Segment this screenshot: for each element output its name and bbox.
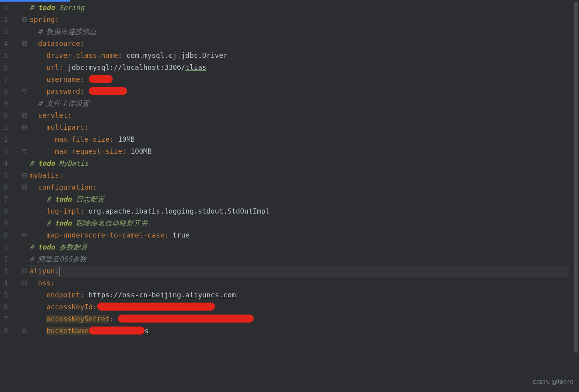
code-line[interactable]: multipart: xyxy=(30,121,569,133)
code-line[interactable]: mybatis: xyxy=(30,169,569,181)
watermark: CSDN @埼240 xyxy=(533,376,573,388)
fold-icon xyxy=(20,157,29,169)
line-number: 3 xyxy=(0,26,20,38)
fold-icon xyxy=(20,313,29,325)
code-line[interactable]: configuration: xyxy=(30,181,569,193)
line-number: 5 xyxy=(0,169,20,181)
line-number: 6 xyxy=(0,301,20,313)
line-number: 7 xyxy=(0,73,20,85)
fold-icon[interactable] xyxy=(20,14,29,26)
fold-icon[interactable] xyxy=(20,181,29,193)
code-line[interactable]: password: xyxy=(30,85,569,97)
code-line[interactable]: map-underscore-to-camel-case: true xyxy=(30,229,569,241)
fold-gutter[interactable] xyxy=(20,2,29,392)
code-line[interactable]: max-request-size: 100MB xyxy=(30,145,569,157)
fold-icon[interactable] xyxy=(20,229,29,241)
code-line[interactable]: aliyun: xyxy=(30,265,569,277)
line-number: 3 xyxy=(0,265,20,277)
vertical-scrollbar[interactable] xyxy=(573,2,579,392)
line-number: 6 xyxy=(0,61,20,73)
code-line[interactable]: accessKeySecret: xyxy=(30,313,569,325)
code-line[interactable]: # todo 日志配置 xyxy=(30,193,569,205)
fold-icon xyxy=(20,2,29,14)
line-number: 2 xyxy=(0,133,20,145)
fold-icon xyxy=(20,193,29,205)
fold-icon[interactable] xyxy=(20,169,29,181)
fold-icon xyxy=(20,301,29,313)
code-line[interactable]: bucketNames xyxy=(30,325,569,337)
code-line[interactable]: url: jdbc:mysql://localhost:3306/tlias xyxy=(30,61,569,73)
line-number: 4 xyxy=(0,38,20,49)
fold-icon xyxy=(20,73,29,85)
code-line[interactable]: max-file-size: 10MB xyxy=(30,133,569,145)
fold-icon[interactable] xyxy=(20,121,29,133)
code-line[interactable]: oss: xyxy=(30,277,569,289)
code-line[interactable]: accessKeyId: xyxy=(30,301,569,313)
code-line[interactable]: servlet: xyxy=(30,109,569,121)
code-line[interactable]: log-impl: org.apache.ibatis.logging.stdo… xyxy=(30,205,569,217)
code-line[interactable]: # todo 参数配置 xyxy=(30,241,569,253)
fold-icon[interactable] xyxy=(20,85,29,97)
fold-icon xyxy=(20,97,29,109)
code-line[interactable]: # todo Spring xyxy=(30,2,569,14)
fold-icon xyxy=(20,49,29,61)
code-line[interactable]: datasource: xyxy=(30,38,569,49)
fold-icon xyxy=(20,241,29,253)
line-number: 7 xyxy=(0,193,20,205)
line-number: 7 xyxy=(0,313,20,325)
line-number: 5 xyxy=(0,49,20,61)
line-number: 2 xyxy=(0,14,20,26)
line-number: 4 xyxy=(0,277,20,289)
line-number: 3 xyxy=(0,145,20,157)
fold-icon[interactable] xyxy=(20,265,29,277)
line-number: 2 xyxy=(0,253,20,265)
fold-icon xyxy=(20,26,29,38)
fold-icon[interactable] xyxy=(20,38,29,49)
code-line[interactable]: spring: xyxy=(30,14,569,26)
fold-icon[interactable] xyxy=(20,325,29,337)
line-number: 6 xyxy=(0,181,20,193)
fold-icon xyxy=(20,217,29,229)
code-line[interactable]: # 阿里云OSS参数 xyxy=(30,253,569,265)
code-line[interactable]: # 数据库连接信息 xyxy=(30,26,569,38)
line-number: 8 xyxy=(0,325,20,337)
code-line[interactable]: endpoint: https://oss-cn-beijing.aliyunc… xyxy=(30,289,569,301)
code-area[interactable]: # todo Springspring: # 数据库连接信息 datasourc… xyxy=(30,2,569,392)
fold-icon[interactable] xyxy=(20,145,29,157)
line-number: 4 xyxy=(0,157,20,169)
line-number: 8 xyxy=(0,85,20,97)
line-number: 1 xyxy=(0,2,20,14)
fold-icon[interactable] xyxy=(20,277,29,289)
code-line[interactable]: username: xyxy=(30,73,569,85)
line-number: 8 xyxy=(0,205,20,217)
code-line[interactable]: # 文件上传设置 xyxy=(30,97,569,109)
fold-icon xyxy=(20,253,29,265)
code-editor[interactable]: 1234567890123456789012345678 # todo Spri… xyxy=(0,2,579,392)
scrollbar-thumb[interactable] xyxy=(574,2,578,353)
fold-icon xyxy=(20,289,29,301)
line-gutter: 1234567890123456789012345678 xyxy=(0,2,20,392)
code-line[interactable]: # todo 驼峰命名自动映射开关 xyxy=(30,217,569,229)
line-number: 0 xyxy=(0,229,20,241)
line-number: 9 xyxy=(0,217,20,229)
fold-icon xyxy=(20,133,29,145)
line-number: 1 xyxy=(0,121,20,133)
fold-icon xyxy=(20,205,29,217)
line-number: 5 xyxy=(0,289,20,301)
fold-icon[interactable] xyxy=(20,109,29,121)
fold-icon xyxy=(20,61,29,73)
line-number: 9 xyxy=(0,97,20,109)
line-number: 0 xyxy=(0,109,20,121)
code-line[interactable]: driver-class-name: com.mysql.cj.jdbc.Dri… xyxy=(30,49,569,61)
line-number: 1 xyxy=(0,241,20,253)
code-line[interactable]: # todo MyBatis xyxy=(30,157,569,169)
